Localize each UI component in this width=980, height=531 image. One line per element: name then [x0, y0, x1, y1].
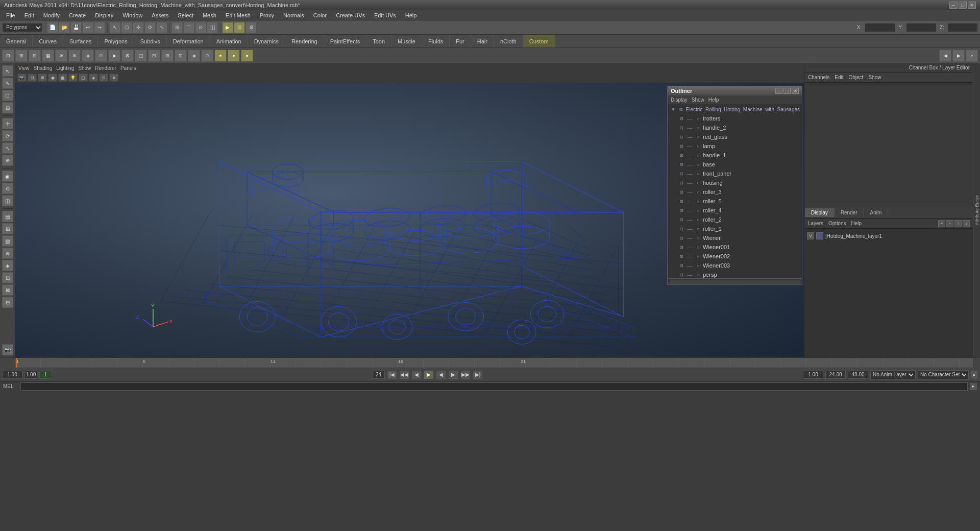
vp-tb-textured[interactable]: ▦	[58, 74, 67, 82]
layer-tool[interactable]: ▥	[2, 235, 13, 247]
menu-display[interactable]: Display	[91, 11, 117, 19]
tab-hair[interactable]: Hair	[471, 35, 494, 47]
outliner-item-housing[interactable]: ⊡ — ○ housing	[668, 178, 802, 187]
select-tool[interactable]: ↖	[2, 65, 13, 77]
maximize-button[interactable]: □	[959, 2, 967, 9]
next-frame-button[interactable]: ▶	[448, 370, 458, 379]
tool-9[interactable]: ◈	[2, 260, 13, 271]
playback-options-button[interactable]: ▸	[971, 370, 978, 379]
cb-tab-edit[interactable]: Edit	[835, 75, 843, 80]
layer-dn-icon[interactable]: ↓	[963, 220, 970, 227]
menu-edituvs[interactable]: Edit UVs	[370, 11, 400, 19]
timeline-ruler[interactable]: 1 6 11 16 21	[15, 358, 973, 368]
menu-createuvs[interactable]: Create UVs	[332, 11, 369, 19]
mode-dropdown[interactable]: Polygons	[2, 23, 43, 32]
y-coord-input[interactable]	[906, 23, 937, 32]
anim-layer-select[interactable]: No Anim Layer	[870, 370, 916, 379]
char-set-select[interactable]: No Character Set	[918, 370, 969, 379]
play-to-end-button[interactable]: ▶|	[473, 370, 483, 379]
playback-start-frame[interactable]	[2, 371, 22, 379]
shelf-icon-10[interactable]: ⊠	[121, 50, 134, 62]
vp-menu-show[interactable]: Show	[78, 65, 91, 71]
menu-mesh[interactable]: Mesh	[199, 11, 220, 19]
move-tool-button[interactable]: ✛	[133, 22, 144, 33]
camera-tool[interactable]: 📷	[2, 344, 13, 355]
universal-tool[interactable]: ⊕	[2, 155, 13, 166]
outliner-item-wiener001[interactable]: ⊡ — ○ Wiener001	[668, 243, 802, 252]
tab-curves[interactable]: Curves	[33, 35, 63, 47]
menu-window[interactable]: Window	[118, 11, 146, 19]
tab-animation[interactable]: Animation	[210, 35, 248, 47]
show-manip[interactable]: ◫	[2, 195, 13, 206]
layer-tab-anim[interactable]: Anim	[864, 208, 889, 217]
outliner-item-frontpanel[interactable]: ⊡ — ○ front_panel	[668, 169, 802, 178]
menu-select[interactable]: Select	[174, 11, 198, 19]
layer-opt-options[interactable]: Options	[828, 221, 846, 226]
tab-dynamics[interactable]: Dynamics	[248, 35, 285, 47]
snap-curve-button[interactable]: ⌒	[183, 22, 194, 33]
prev-frame-button[interactable]: ◀	[411, 370, 422, 379]
vp-tb-lights[interactable]: 💡	[68, 74, 78, 82]
rotate-tool[interactable]: ⟳	[2, 130, 13, 141]
shelf-icon-9[interactable]: ▶	[108, 50, 120, 62]
shelf-icon-17[interactable]: ●	[214, 50, 227, 62]
shelf-arrow-right[interactable]: ▶	[952, 50, 965, 62]
tab-subdivs[interactable]: Subdivs	[134, 35, 167, 47]
paint-tool[interactable]: ✎	[2, 78, 13, 89]
shelf-icon-3[interactable]: ⊟	[29, 50, 41, 62]
shelf-icon-18[interactable]: ●	[228, 50, 240, 62]
layer-del-icon[interactable]: ×	[946, 220, 953, 227]
x-coord-input[interactable]	[865, 23, 895, 32]
outliner-hscroll[interactable]	[670, 280, 800, 284]
tab-ncloth[interactable]: nCloth	[494, 35, 523, 47]
vp-tb-ao[interactable]: ◈	[89, 74, 98, 82]
save-file-button[interactable]: 💾	[70, 22, 82, 33]
vp-menu-shading[interactable]: Shading	[34, 65, 53, 71]
minimize-button[interactable]: ─	[949, 2, 958, 9]
layer-tab-render[interactable]: Render	[835, 208, 864, 217]
menu-create[interactable]: Create	[65, 11, 90, 19]
vp-tb-shadows[interactable]: ◫	[79, 74, 88, 82]
next-key-button[interactable]: ▶▶	[460, 370, 471, 379]
outliner-item-handle1[interactable]: ⊡ — ○ handle_1	[668, 151, 802, 160]
shelf-icon-11[interactable]: ◫	[135, 50, 147, 62]
playback-global-end1[interactable]	[825, 371, 846, 379]
shelf-icon-14[interactable]: ⊡	[175, 50, 187, 62]
outliner-item-roller1[interactable]: ⊡ — ○ roller_1	[668, 224, 802, 233]
shelf-more[interactable]: »	[966, 50, 978, 62]
tab-toon[interactable]: Toon	[366, 35, 391, 47]
outliner-item-trotters[interactable]: ⊡ — ○ trotters	[668, 114, 802, 123]
vp-tb-camera[interactable]: 📷	[17, 74, 27, 82]
snap-view-button[interactable]: ◫	[207, 22, 218, 33]
vp-menu-view[interactable]: View	[18, 65, 30, 71]
soft-mod-tool[interactable]: ◉	[2, 171, 13, 182]
outliner-item-wiener[interactable]: ⊡ — ○ Wiener	[668, 233, 802, 243]
outliner-item-redglass[interactable]: ⊡ — ○ red_glass	[668, 132, 802, 141]
shelf-icon-2[interactable]: ⊞	[15, 50, 28, 62]
paint-fx[interactable]: ⊗	[2, 248, 13, 259]
cb-tab-object[interactable]: Object	[849, 75, 864, 80]
menu-proxy[interactable]: Proxy	[256, 11, 278, 19]
layer-up-icon[interactable]: ↑	[954, 220, 962, 227]
shelf-arrow-left[interactable]: ◀	[939, 50, 951, 62]
outliner-maximize-button[interactable]: □	[783, 88, 791, 94]
vp-tb-smooth[interactable]: ◉	[48, 74, 57, 82]
render-button[interactable]: ▶	[222, 22, 233, 33]
menu-assets[interactable]: Assets	[148, 11, 173, 19]
lasso-tool-button[interactable]: ⬡	[121, 22, 132, 33]
tab-fluids[interactable]: Fluids	[422, 35, 450, 47]
shelf-icon-12[interactable]: ⊟	[148, 50, 160, 62]
shelf-icon-19[interactable]: ●	[241, 50, 253, 62]
shelf-icon-8[interactable]: ⊙	[95, 50, 107, 62]
tab-surfaces[interactable]: Surfaces	[63, 35, 98, 47]
tab-deformation[interactable]: Deformation	[167, 35, 210, 47]
tab-muscle[interactable]: Muscle	[391, 35, 422, 47]
move-tool[interactable]: ✛	[2, 118, 13, 129]
tool-12[interactable]: ⊟	[2, 297, 13, 308]
tab-rendering[interactable]: Rendering	[285, 35, 324, 47]
playback-global-start[interactable]	[803, 371, 823, 379]
playback-current-frame[interactable]	[24, 371, 37, 379]
play-backward-button[interactable]: ◀	[436, 370, 446, 379]
tool-11[interactable]: ⊠	[2, 284, 13, 296]
layer-opt-layers[interactable]: Layers	[808, 221, 823, 226]
